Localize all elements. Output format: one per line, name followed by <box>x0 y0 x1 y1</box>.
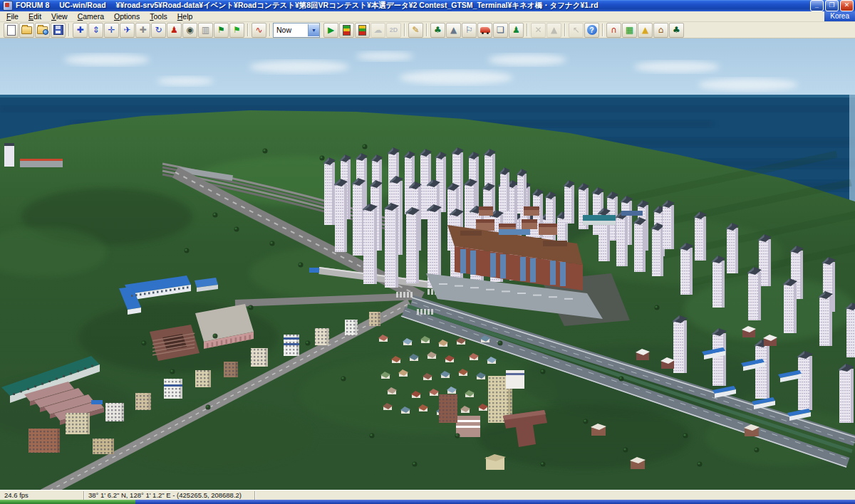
move-mode-button[interactable]: ✛ <box>104 23 119 38</box>
time-of-day-select[interactable]: Now▼ <box>273 23 320 38</box>
script-button[interactable]: ❏ <box>493 23 508 38</box>
progress-strip-blue <box>135 500 855 504</box>
toolbar-separator <box>269 23 271 36</box>
elevation-move-icon: ⇕ <box>92 26 99 34</box>
move-mode-icon: ✛ <box>108 26 115 34</box>
terrain-edit-icon: ▲ <box>450 26 457 34</box>
orbit-view-icon: ↻ <box>155 26 162 34</box>
traffic-tool-button[interactable] <box>477 23 492 38</box>
add-character-icon: ♟ <box>512 26 520 34</box>
play-simulation-button[interactable]: ▶ <box>323 23 338 38</box>
open-network-icon <box>37 26 48 34</box>
language-badge: Korea <box>824 11 855 21</box>
toolbar-group: ▶☁2D <box>321 23 403 38</box>
coordinates-readout: 38° 1' 6.2" N, 128° 1' 1.2" E - (425265.… <box>84 491 255 500</box>
new-file-icon <box>7 25 16 36</box>
view-2d-icon: 2D <box>390 26 398 33</box>
scene-3d-render <box>0 38 855 490</box>
terrain-paint-button[interactable]: ▲ <box>638 23 653 38</box>
view-2d-button: 2D <box>386 23 401 38</box>
toolbar-group: ♣▲⚐❏♟ <box>428 23 526 38</box>
menu-item-options[interactable]: Options <box>109 12 145 21</box>
pan-view-icon: ✚ <box>76 26 83 34</box>
traffic-signal-b-button[interactable] <box>355 23 370 38</box>
traffic-signal-a-button[interactable] <box>339 23 354 38</box>
title-app-name: FORUM 8 <box>16 1 49 11</box>
open-network-button[interactable] <box>35 23 50 38</box>
forest-tool-icon: ♣ <box>673 26 680 34</box>
toolbar-separator <box>602 23 603 36</box>
terrain-view-button: ▲ <box>546 23 561 38</box>
restore-button[interactable]: ❐ <box>825 0 839 11</box>
menu-item-help[interactable]: Help <box>172 12 198 21</box>
road-sign-button[interactable]: ⚐ <box>462 23 477 38</box>
open-folder-icon <box>21 26 32 34</box>
delete-button: ✕ <box>531 23 546 38</box>
toolbar: ✚⇕✛✈✚↻♟◉▥⚑⚑∿Now▼▶☁2D✎♣▲⚐❏♟✕▲↖?∩▦▲⌂♣ <box>0 22 855 38</box>
menu-item-view[interactable]: View <box>46 12 73 21</box>
grid-tool-button[interactable]: ▦ <box>622 23 637 38</box>
close-button[interactable]: ✕ <box>840 0 854 11</box>
grid-tool-icon: ▦ <box>626 26 633 34</box>
bridge-tool-button[interactable]: ∩ <box>606 23 621 38</box>
toolbar-separator <box>527 23 528 36</box>
menu-item-edit[interactable]: Edit <box>24 12 46 21</box>
menu-bar: FileEditViewCameraOptionsToolsHelp Korea <box>0 11 855 22</box>
drive-mode-button[interactable]: ◉ <box>182 23 197 38</box>
center-view-icon: ✚ <box>139 26 146 34</box>
toolbar-group: ✕▲ <box>529 23 564 38</box>
weather-icon: ☁ <box>374 26 383 34</box>
walk-mode-button[interactable]: ♟ <box>167 23 182 38</box>
help-button[interactable]: ? <box>584 23 599 38</box>
traffic-tool-icon <box>480 27 490 33</box>
chevron-down-icon[interactable]: ▼ <box>308 24 319 36</box>
app-icon <box>3 1 13 11</box>
open-folder-button[interactable] <box>19 23 34 38</box>
delete-icon: ✕ <box>534 26 542 34</box>
pointer-icon: ↖ <box>572 26 579 34</box>
script-icon: ❏ <box>497 26 504 34</box>
title-file-path: ¥¥road-srv5¥Road-data¥イベント¥Roadコンテスト¥第8回… <box>116 1 598 11</box>
title-product-name: UC-win/Road <box>59 1 105 11</box>
toolbar-group: ∿ <box>249 23 269 38</box>
terrain-edit-button[interactable]: ▲ <box>446 23 461 38</box>
start-position-icon: ⚑ <box>217 26 225 34</box>
traffic-signal-a-icon <box>343 25 351 36</box>
toolbar-separator <box>426 23 428 36</box>
toolbar-group: ↖? <box>566 23 601 38</box>
save-button[interactable] <box>51 23 66 38</box>
viewport-3d[interactable] <box>0 38 855 490</box>
landscape-edit-button[interactable]: ♣ <box>430 23 445 38</box>
road-profile-button[interactable]: ∿ <box>252 23 266 38</box>
minimize-button[interactable]: _ <box>810 0 824 11</box>
fly-mode-button[interactable]: ✈ <box>120 23 135 38</box>
edit-road-button[interactable]: ✎ <box>408 23 423 38</box>
menu-item-tools[interactable]: Tools <box>145 12 172 21</box>
pan-view-button[interactable]: ✚ <box>73 23 88 38</box>
vehicle-view-button[interactable]: ▥ <box>198 23 213 38</box>
start-position-button[interactable]: ⚑ <box>214 23 229 38</box>
fly-mode-icon: ✈ <box>123 26 130 34</box>
center-view-button[interactable]: ✚ <box>135 23 150 38</box>
status-spacer <box>255 491 855 500</box>
menu-item-file[interactable]: File <box>1 12 24 21</box>
terrain-paint-icon: ▲ <box>642 26 648 34</box>
window-title: FORUM 8 UC-win/Road ¥¥road-srv5¥Road-dat… <box>16 1 810 11</box>
help-icon: ? <box>587 25 597 35</box>
new-file-button[interactable] <box>4 23 19 38</box>
building-tool-button[interactable]: ⌂ <box>653 23 668 38</box>
goto-flag-button[interactable]: ⚑ <box>229 23 244 38</box>
time-of-day-value: Now <box>274 26 308 34</box>
add-character-button[interactable]: ♟ <box>509 23 524 38</box>
orbit-view-button[interactable]: ↻ <box>151 23 166 38</box>
vehicle-view-icon: ▥ <box>202 26 209 34</box>
toolbar-group: ✎ <box>406 23 425 38</box>
pointer-button: ↖ <box>569 23 584 38</box>
landscape-edit-icon: ♣ <box>434 26 442 34</box>
elevation-move-button[interactable]: ⇕ <box>88 23 103 38</box>
menu-item-camera[interactable]: Camera <box>73 12 109 21</box>
forest-tool-button[interactable]: ♣ <box>669 23 684 38</box>
app-window: FORUM 8 UC-win/Road ¥¥road-srv5¥Road-dat… <box>0 0 855 504</box>
edit-road-icon: ✎ <box>412 26 419 34</box>
play-simulation-icon: ▶ <box>328 26 334 34</box>
